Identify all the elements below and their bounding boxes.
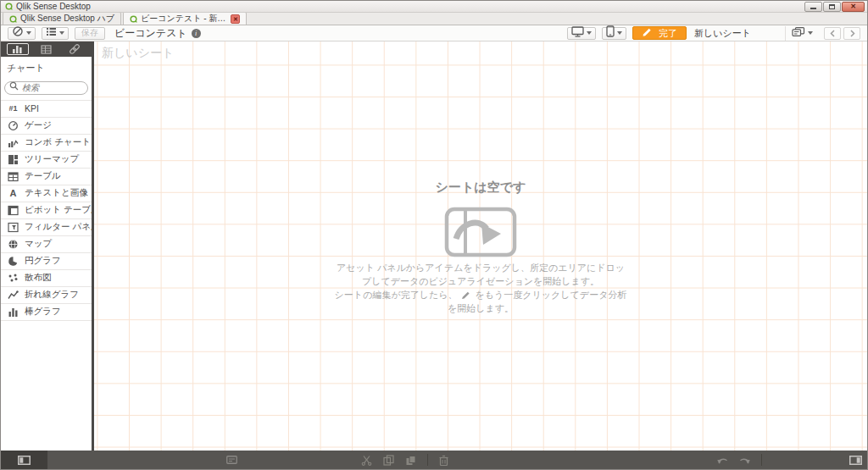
previous-sheet-button[interactable] bbox=[824, 27, 841, 40]
list-item-combo-chart[interactable]: コンボ チャート bbox=[1, 135, 92, 152]
list-item-bar-chart[interactable]: 棒グラフ bbox=[1, 304, 92, 321]
undo-arrow-icon bbox=[717, 456, 728, 465]
sheet-properties-button[interactable] bbox=[226, 451, 237, 469]
info-icon[interactable]: i bbox=[192, 29, 201, 38]
list-item-label: テーブル bbox=[25, 170, 61, 182]
close-button[interactable]: ✕ bbox=[842, 2, 865, 12]
pivot-table-icon bbox=[7, 205, 19, 216]
list-item-label: マップ bbox=[25, 238, 52, 250]
window-title: Qlik Sense Desktop bbox=[16, 1, 91, 12]
list-item-treemap[interactable]: ツリーマップ bbox=[1, 152, 92, 169]
gauge-icon bbox=[7, 120, 19, 131]
empty-sheet-title: シートは空です bbox=[303, 180, 659, 196]
list-item-kpi[interactable]: #1 KPI bbox=[1, 101, 92, 118]
list-item-map[interactable]: マップ bbox=[1, 236, 92, 253]
mobile-view-button[interactable] bbox=[602, 27, 626, 40]
copy-button[interactable] bbox=[383, 455, 394, 466]
toolbar-divider bbox=[785, 26, 786, 41]
app-window: Qlik Sense Desktop ✕ Qlik Sense Desktop … bbox=[0, 0, 868, 470]
pie-chart-icon bbox=[7, 256, 19, 267]
next-sheet-button[interactable] bbox=[843, 27, 860, 40]
display-view-button[interactable] bbox=[567, 27, 596, 40]
hint-done-text-after: をもう一度クリックしてデータ分析を開始します。 bbox=[448, 290, 626, 313]
list-item-label: 棒グラフ bbox=[25, 306, 61, 318]
empty-sheet-hint-done: シートの編集が完了したら、 をもう一度クリックしてデータ分析を開始します。 bbox=[333, 288, 628, 315]
options-menu-button[interactable] bbox=[42, 27, 69, 40]
link-icon bbox=[69, 44, 81, 54]
global-menu-button[interactable] bbox=[8, 27, 36, 40]
combo-chart-icon bbox=[7, 137, 19, 148]
map-icon bbox=[7, 239, 19, 250]
chevron-down-icon bbox=[587, 31, 592, 35]
list-item-label: フィルター パネル bbox=[25, 221, 92, 233]
right-panel-icon bbox=[849, 456, 862, 465]
tab-master-items[interactable] bbox=[64, 43, 86, 55]
line-chart-icon bbox=[7, 290, 19, 301]
sheet-canvas[interactable]: 新しいシート シートは空です アセット パネルからアイテムをドラッグし、所定のエ… bbox=[94, 41, 867, 451]
tab-app-label: ビーコンテスト - 新… bbox=[141, 13, 225, 25]
redo-button[interactable] bbox=[739, 456, 750, 465]
qlik-tab-icon bbox=[130, 15, 137, 23]
bar-chart-icon bbox=[7, 307, 19, 318]
assets-panel-tabs bbox=[1, 41, 92, 57]
list-item-pie-chart[interactable]: 円グラフ bbox=[1, 253, 92, 270]
list-item-table[interactable]: テーブル bbox=[1, 169, 92, 185]
window-controls: ✕ bbox=[804, 2, 865, 12]
list-item-label: コンボ チャート bbox=[25, 136, 91, 148]
done-editing-button[interactable]: 完了 bbox=[632, 26, 687, 40]
list-item-text-image[interactable]: A テキストと画像 bbox=[1, 185, 92, 202]
list-item-filter-panel[interactable]: フィルター パネル bbox=[1, 219, 92, 236]
properties-panel-icon bbox=[226, 456, 237, 464]
maximize-icon bbox=[829, 4, 835, 9]
title-bar: Qlik Sense Desktop ✕ bbox=[1, 1, 867, 13]
copy-icon bbox=[383, 455, 394, 466]
bottom-bar-divider bbox=[761, 454, 762, 466]
paste-button[interactable] bbox=[405, 455, 416, 466]
minimize-button[interactable] bbox=[804, 2, 822, 12]
list-item-label: 散布図 bbox=[25, 272, 52, 284]
tab-close-icon[interactable]: ✕ bbox=[231, 14, 240, 24]
list-item-pivot-table[interactable]: ピボット テーブル bbox=[1, 202, 92, 219]
hint-done-text-before: シートの編集が完了したら、 bbox=[335, 290, 458, 300]
bottom-bar-divider bbox=[427, 454, 428, 466]
text-image-icon: A bbox=[7, 188, 19, 199]
cut-button[interactable] bbox=[361, 455, 372, 466]
delete-button[interactable] bbox=[439, 455, 448, 466]
sheet-title: 新しいシート bbox=[102, 46, 174, 61]
tab-app[interactable]: ビーコンテスト - 新… ✕ bbox=[123, 12, 247, 25]
search-icon bbox=[9, 81, 19, 91]
tab-fields[interactable] bbox=[35, 43, 57, 55]
tab-hub[interactable]: Qlik Sense Desktop ハブ bbox=[3, 12, 121, 25]
list-item-label: ゲージ bbox=[25, 119, 52, 131]
table-icon bbox=[7, 171, 19, 182]
pencil-icon bbox=[642, 27, 659, 39]
scatter-plot-icon bbox=[7, 273, 19, 284]
maximize-button[interactable] bbox=[823, 2, 841, 12]
qlik-app-icon bbox=[5, 3, 13, 10]
list-item-gauge[interactable]: ゲージ bbox=[1, 118, 92, 135]
close-icon: ✕ bbox=[850, 3, 856, 11]
app-title-text: ビーコンテスト bbox=[114, 26, 187, 41]
undo-button[interactable] bbox=[717, 456, 728, 465]
sheet-navigator-button[interactable] bbox=[792, 25, 813, 41]
toggle-left-panel-button[interactable] bbox=[1, 451, 47, 469]
list-item-scatter-plot[interactable]: 散布図 bbox=[1, 270, 92, 287]
chevron-down-icon bbox=[59, 31, 64, 35]
list-item-label: KPI bbox=[25, 103, 39, 113]
pencil-icon bbox=[461, 290, 470, 300]
toggle-right-panel-button[interactable] bbox=[849, 451, 862, 469]
list-item-label: ツリーマップ bbox=[25, 153, 79, 165]
chevron-down-icon bbox=[26, 31, 31, 35]
tab-charts[interactable] bbox=[7, 43, 29, 55]
history-actions bbox=[717, 451, 773, 469]
tab-bar: Qlik Sense Desktop ハブ ビーコンテスト - 新… ✕ bbox=[1, 13, 867, 25]
save-button[interactable]: 保存 bbox=[75, 27, 105, 40]
list-item-line-chart[interactable]: 折れ線グラフ bbox=[1, 287, 92, 304]
empty-sheet-hint-drag: アセット パネルからアイテムをドラッグし、所定のエリアにドロップしてデータのビジ… bbox=[333, 261, 628, 288]
filter-panel-icon bbox=[7, 222, 19, 233]
list-item-label: ピボット テーブル bbox=[25, 204, 92, 216]
chevron-right-icon bbox=[849, 25, 855, 41]
drag-drop-icon bbox=[444, 207, 517, 257]
monitor-icon bbox=[571, 25, 584, 41]
assets-section-title: チャート bbox=[1, 57, 92, 78]
